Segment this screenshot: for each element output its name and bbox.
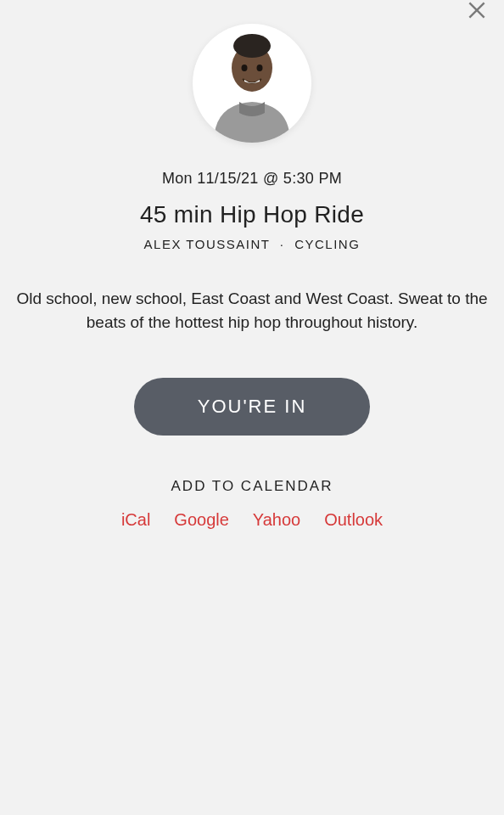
class-datetime: Mon 11/15/21 @ 5:30 PM (162, 170, 342, 188)
close-icon (466, 0, 488, 25)
close-button[interactable] (465, 0, 489, 24)
class-category: CYCLING (294, 237, 360, 251)
calendar-link-yahoo[interactable]: Yahoo (253, 510, 300, 530)
class-title: 45 min Hip Hop Ride (140, 201, 364, 228)
instructor-avatar (193, 24, 311, 143)
calendar-link-ical[interactable]: iCal (121, 510, 150, 530)
svg-point-3 (233, 34, 271, 58)
youre-in-button[interactable]: YOU'RE IN (134, 378, 370, 436)
calendar-link-google[interactable]: Google (174, 510, 229, 530)
svg-point-4 (242, 65, 248, 71)
class-description: Old school, new school, East Coast and W… (0, 287, 504, 334)
calendar-link-outlook[interactable]: Outlook (324, 510, 383, 530)
calendar-links: iCal Google Yahoo Outlook (121, 510, 383, 530)
svg-point-5 (257, 65, 263, 71)
instructor-name: ALEX TOUSSAINT (144, 237, 271, 251)
meta-separator: · (280, 237, 285, 251)
class-detail-card: Mon 11/15/21 @ 5:30 PM 45 min Hip Hop Ri… (0, 0, 504, 530)
class-meta: ALEX TOUSSAINT · CYCLING (144, 237, 361, 251)
person-icon (205, 32, 299, 143)
add-to-calendar-label: ADD TO CALENDAR (171, 478, 333, 495)
